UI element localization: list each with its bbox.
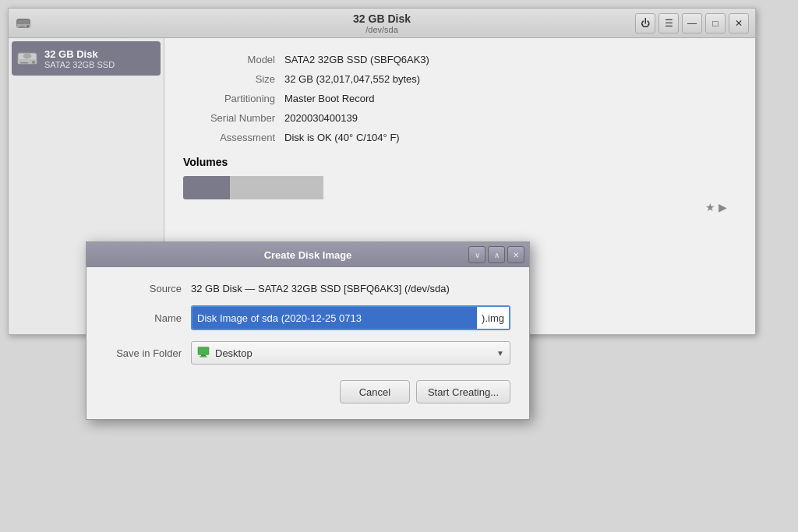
dialog-buttons: Cancel Start Creating...	[105, 380, 510, 403]
model-label: Model	[183, 54, 284, 65]
titlebar-controls: ⏻ ☰ — □ ✕	[635, 13, 749, 33]
disk-icon	[16, 48, 38, 69]
partitioning-row: Partitioning Master Boot Record	[183, 93, 736, 104]
folder-select[interactable]: Desktop Documents Downloads Home	[191, 341, 510, 365]
svg-rect-7	[20, 62, 28, 64]
titlebar-center: 32 GB Disk /dev/sda	[353, 12, 411, 34]
folder-select-wrapper: Desktop Documents Downloads Home ▼	[191, 341, 510, 365]
source-row: Source 32 GB Disk — SATA2 32GB SSD [SBFQ…	[105, 283, 510, 294]
partitioning-value: Master Boot Record	[284, 93, 375, 104]
size-row: Size 32 GB (32,017,047,552 bytes)	[183, 73, 736, 85]
dialog-controls: ∨ ∧ ✕	[468, 246, 524, 263]
start-creating-button[interactable]: Start Creating...	[416, 380, 510, 403]
name-input-wrapper[interactable]: Disk Image of sda (2020-12-25 0713 ).img	[191, 305, 510, 330]
dialog-maximize-button[interactable]: ∧	[488, 246, 505, 263]
volumes-bar	[183, 176, 736, 199]
sidebar-disk-sub: SATA2 32GB SSD	[44, 60, 115, 69]
assessment-value: Disk is OK (40° C/104° F)	[284, 132, 400, 143]
serial-row: Serial Number 2020030400139	[183, 112, 736, 124]
serial-value: 2020030400139	[284, 112, 358, 124]
volumes-section: Volumes	[183, 156, 736, 199]
sidebar-item-text: 32 GB Disk SATA2 32GB SSD	[44, 48, 115, 69]
model-row: Model SATA2 32GB SSD (SBFQ6AK3)	[183, 54, 736, 65]
sidebar-disk-name: 32 GB Disk	[44, 48, 115, 60]
close-button[interactable]: ✕	[729, 13, 749, 33]
sidebar-item-disk[interactable]: 32 GB Disk SATA2 32GB SSD	[12, 41, 161, 76]
name-row: Name Disk Image of sda (2020-12-25 0713 …	[105, 305, 510, 330]
play-icon: ▶	[719, 201, 727, 213]
window-subtitle: /dev/sda	[353, 25, 411, 34]
partitioning-label: Partitioning	[183, 93, 284, 104]
dialog-minimize-button[interactable]: ∨	[468, 246, 486, 263]
source-label: Source	[105, 283, 191, 294]
assessment-label: Assessment	[183, 132, 284, 143]
svg-point-6	[32, 61, 35, 64]
dialog-close-button[interactable]: ✕	[507, 246, 524, 263]
create-disk-image-dialog: Create Disk Image ∨ ∧ ✕ Source 32 GB Dis…	[86, 241, 530, 420]
minimize-button[interactable]: —	[682, 13, 702, 33]
folder-label: Save in Folder	[105, 347, 191, 359]
model-value: SATA2 32GB SSD (SBFQ6AK3)	[284, 54, 429, 65]
star-icon: ★	[705, 201, 715, 213]
serial-label: Serial Number	[183, 112, 284, 124]
window-title: 32 GB Disk	[353, 12, 411, 25]
size-label: Size	[183, 73, 284, 85]
volumes-title: Volumes	[183, 156, 736, 168]
svg-point-2	[26, 25, 29, 27]
source-value: 32 GB Disk — SATA2 32GB SSD [SBFQ6AK3] (…	[191, 283, 450, 294]
name-input-highlighted: Disk Image of sda (2020-12-25 0713	[192, 307, 477, 329]
assessment-row: Assessment Disk is OK (40° C/104° F)	[183, 132, 736, 143]
power-button[interactable]: ⏻	[635, 13, 655, 33]
star-bookmark[interactable]: ★ ▶	[705, 201, 727, 213]
svg-rect-3	[19, 26, 25, 26]
name-label: Name	[105, 312, 191, 324]
main-titlebar: 32 GB Disk /dev/sda ⏻ ☰ — □ ✕	[9, 9, 755, 38]
volumes-segment-used	[183, 176, 230, 199]
name-input-ext: ).img	[477, 307, 509, 329]
maximize-button[interactable]: □	[705, 13, 726, 33]
folder-row: Save in Folder Desktop Documents Downl	[105, 341, 510, 365]
svg-point-8	[23, 54, 31, 58]
dialog-titlebar: Create Disk Image ∨ ∧ ✕	[87, 242, 529, 267]
app-icon	[15, 15, 32, 32]
dialog-title: Create Disk Image	[264, 249, 352, 261]
size-value: 32 GB (32,017,047,552 bytes)	[284, 73, 420, 85]
cancel-button[interactable]: Cancel	[340, 380, 410, 403]
volumes-segment-free	[230, 176, 323, 199]
dialog-body: Source 32 GB Disk — SATA2 32GB SSD [SBFQ…	[87, 267, 529, 419]
menu-button[interactable]: ☰	[659, 13, 679, 33]
